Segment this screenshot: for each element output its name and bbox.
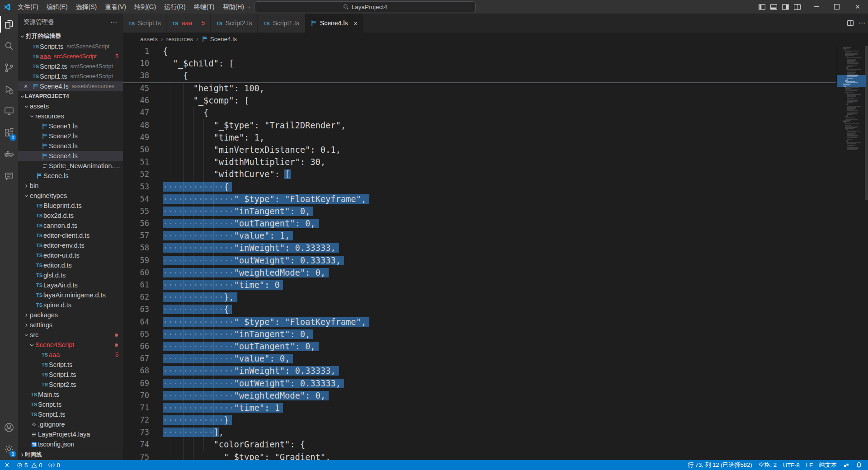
tree-item-editor-env-d-ts[interactable]: TSeditor-env.d.ts [18, 240, 123, 250]
close-icon[interactable]: × [22, 83, 30, 90]
breadcrumb[interactable]: assets›resources›Scene4.ls [123, 33, 868, 45]
line-number[interactable]: 64 [123, 316, 149, 328]
tree-item-src[interactable]: src [18, 330, 123, 340]
code-lines[interactable]: 45 "height": 100,46 "_$comp": [47 {48 "_… [123, 82, 836, 460]
code-line-69[interactable]: 69··············"outWeight": 0.33333, [123, 377, 836, 390]
code-line-50[interactable]: 50 "minVertexDistance": 0.1, [123, 144, 836, 156]
line-number[interactable]: 54 [123, 193, 149, 205]
tree-item-layaproject4-laya[interactable]: LayaProject4.laya [18, 429, 123, 439]
line-number[interactable]: 75 [123, 451, 149, 460]
tree-item-resources[interactable]: resources [18, 111, 123, 121]
line-number[interactable]: 57 [123, 230, 149, 242]
tree-item-editor-client-d-ts[interactable]: TSeditor-client.d.ts [18, 230, 123, 240]
tree-item-cannon-d-ts[interactable]: TScannon.d.ts [18, 221, 123, 230]
minimize-button[interactable] [806, 0, 826, 14]
line-number[interactable]: 70 [123, 390, 149, 402]
code-line-58[interactable]: 58··············"inWeight": 0.33333, [123, 242, 836, 254]
line-number[interactable]: 48 [123, 119, 149, 132]
nav-forward-icon[interactable]: → [241, 0, 254, 14]
language-mode[interactable]: 纯文本 [816, 460, 840, 470]
line-number[interactable]: 68 [123, 365, 149, 377]
tree-item-sprite-newanimation-mcc[interactable]: Sprite_NewAnimation.mcc [18, 161, 123, 171]
tree-item-blueprint-d-ts[interactable]: TSBlueprint.d.ts [18, 201, 123, 211]
more-editor-actions-icon[interactable]: ⋯ [859, 19, 865, 27]
code-line-59[interactable]: 59··············"outWeight": 0.33333, [123, 254, 836, 267]
sticky-line-1[interactable]: 1{ [123, 45, 836, 57]
tree-item-scene2-ls[interactable]: Scene2.ls [18, 131, 123, 141]
tree-item-script2-ts[interactable]: TSScript2.ts [18, 380, 123, 390]
tree-item-script-ts[interactable]: TSScript.ts [18, 400, 123, 409]
problems-indicator[interactable]: 5 0 [14, 460, 45, 470]
tree-item-layaair-minigame-d-ts[interactable]: TSlayaAir.minigame.d.ts [18, 290, 123, 300]
open-editor-item-script1-ts[interactable]: TSScript1.tssrc\Scene4Script [18, 71, 123, 81]
tree-item-script-ts[interactable]: TSScript.ts [18, 360, 123, 370]
tree-item-editor-d-ts[interactable]: TSeditor.d.ts [18, 260, 123, 270]
indentation-setting[interactable]: 空格: 2 [755, 460, 780, 470]
open-editor-item-script-ts[interactable]: TSScript.tssrc\Scene4Script [18, 42, 123, 52]
breadcrumb-file[interactable]: Scene4.ls [202, 36, 237, 42]
tree-item-box2d-d-ts[interactable]: TSbox2d.d.ts [18, 211, 123, 221]
ports-indicator[interactable]: 0 [45, 460, 63, 470]
menubar-item-3[interactable]: 查看(V) [101, 0, 130, 14]
open-editor-item-script2-ts[interactable]: TSScript2.tssrc\Scene4Script [18, 61, 123, 71]
timeline-section-header[interactable]: 时间线 [18, 449, 123, 460]
tree-item-script1-ts[interactable]: TSScript1.ts [18, 409, 123, 419]
more-actions-icon[interactable]: ⋯ [110, 18, 118, 26]
code-line-54[interactable]: 54··············"_$type": "FloatKeyframe… [123, 193, 836, 205]
tree-item-editor-ui-d-ts[interactable]: TSeditor-ui.d.ts [18, 250, 123, 260]
line-number[interactable]: 59 [123, 254, 149, 267]
tree-item-spine-d-ts[interactable]: TSspine.d.ts [18, 300, 123, 310]
code-line-68[interactable]: 68··············"inWeight": 0.33333, [123, 365, 836, 377]
menubar-item-4[interactable]: 转到(G) [130, 0, 160, 14]
line-number[interactable]: 58 [123, 242, 149, 254]
activity-chat-icon[interactable] [0, 165, 18, 187]
activity-source-control-icon[interactable] [0, 57, 18, 79]
code-line-73[interactable]: 73··········], [123, 426, 836, 438]
line-number[interactable]: 71 [123, 402, 149, 414]
breadcrumb-item-assets[interactable]: assets [140, 36, 158, 42]
sticky-line-10[interactable]: 10 "_$child": [ [123, 57, 836, 70]
close-icon[interactable]: × [354, 19, 358, 27]
sticky-line-38[interactable]: 38 { [123, 70, 836, 82]
toggle-secondary-sidebar-icon[interactable] [779, 0, 791, 14]
tree-item-packages[interactable]: packages [18, 310, 123, 320]
activity-extensions-icon[interactable]: 1 [0, 122, 18, 144]
line-number[interactable]: 67 [123, 352, 149, 365]
tree-item-glsl-d-ts[interactable]: TSglsl.d.ts [18, 270, 123, 280]
open-editors-header[interactable]: 打开的编辑器 [18, 31, 123, 42]
line-number[interactable]: 65 [123, 328, 149, 340]
tree-item-scene4-ls[interactable]: Scene4.ls [18, 151, 123, 161]
cursor-position[interactable]: 行 73, 列 12 (已选择582) [684, 460, 755, 470]
line-number[interactable]: 51 [123, 156, 149, 168]
customize-layout-icon[interactable] [791, 0, 803, 14]
minimap[interactable] [838, 45, 865, 460]
sticky-scroll[interactable]: 1{10 "_$child": [38 { [123, 45, 836, 83]
code-line-63[interactable]: 63············{ [123, 303, 836, 315]
tree-item-main-ts[interactable]: TSMain.ts [18, 390, 123, 400]
activity-run-and-debug-icon[interactable] [0, 79, 18, 100]
line-number[interactable]: 73 [123, 426, 149, 438]
code-line-75[interactable]: 75 "_$type": "Gradient", [123, 451, 836, 460]
code-line-71[interactable]: 71··············"time": 1 [123, 402, 836, 414]
toggle-primary-sidebar-icon[interactable] [756, 0, 768, 14]
line-number[interactable]: 56 [123, 217, 149, 230]
activity-settings-icon[interactable]: 1 [0, 438, 18, 460]
squares-icon[interactable] [840, 460, 853, 470]
tree-item-layaair-d-ts[interactable]: TSLayaAir.d.ts [18, 280, 123, 290]
code-line-47[interactable]: 47 { [123, 107, 836, 119]
code-line-72[interactable]: 72············} [123, 414, 836, 426]
menubar-item-2[interactable]: 选择(S) [72, 0, 101, 14]
line-number[interactable]: 74 [123, 438, 149, 451]
eol-setting[interactable]: LF [803, 460, 816, 470]
code-line-45[interactable]: 45 "height": 100, [123, 82, 836, 94]
line-number[interactable]: 62 [123, 291, 149, 303]
code-line-51[interactable]: 51 "widthMultiplier": 30, [123, 156, 836, 168]
tree-item-bin[interactable]: bin [18, 181, 123, 191]
close-window-button[interactable]: × [847, 0, 868, 14]
tree-item-engine-types[interactable]: engine\types [18, 191, 123, 201]
remote-indicator[interactable] [0, 460, 14, 470]
command-center-search[interactable]: LayaProject4 [255, 1, 476, 12]
line-number[interactable]: 55 [123, 205, 149, 217]
tab-script-ts[interactable]: TSScript.ts [123, 14, 167, 33]
editor-scrollbar[interactable] [865, 45, 868, 460]
